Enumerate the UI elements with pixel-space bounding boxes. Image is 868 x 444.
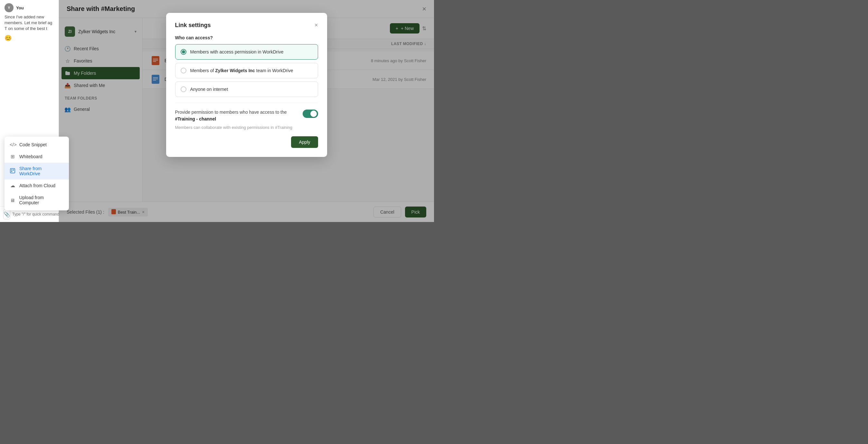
permission-text-area: Provide permission to members who have a… <box>175 109 292 130</box>
link-settings-title: Link settings <box>175 22 211 29</box>
upload-computer-icon: 🖥 <box>10 198 16 203</box>
permission-note: Members can collaborate with existing pe… <box>175 125 292 130</box>
radio-option-members-permission[interactable]: Members with access permission in WorkDr… <box>175 44 318 60</box>
upload-computer-label: Upload from Computer <box>19 195 64 205</box>
radio-option-anyone-internet[interactable]: Anyone on internet <box>175 82 318 97</box>
svg-rect-1 <box>11 170 12 171</box>
code-snippet-icon: </> <box>10 142 16 147</box>
radio-circle-filled <box>181 49 186 55</box>
context-menu-item-attach-cloud[interactable]: ☁ Attach from Cloud <box>4 179 69 192</box>
radio-option-members-team[interactable]: Members of Zylker Widgets Inc team in Wo… <box>175 63 318 78</box>
attach-cloud-label: Attach from Cloud <box>19 183 55 188</box>
share-workdrive-label: Share from WorkDrive <box>19 166 64 176</box>
svg-rect-2 <box>13 170 14 171</box>
permission-row: Provide permission to members who have a… <box>175 103 318 130</box>
context-menu-item-whiteboard[interactable]: ⊞ Whiteboard <box>4 150 69 163</box>
permission-toggle[interactable] <box>303 110 318 118</box>
who-can-access-label: Who can access? <box>175 35 318 40</box>
paperclip-button[interactable]: 📎 <box>3 209 10 219</box>
link-settings-overlay: Link settings × Who can access? Members … <box>59 0 434 222</box>
permission-description: Provide permission to members who have a… <box>175 109 292 122</box>
context-menu-item-code-snippet[interactable]: </> Code Snippet <box>4 139 69 150</box>
whiteboard-icon: ⊞ <box>10 154 16 159</box>
apply-button[interactable]: Apply <box>291 136 318 148</box>
svg-rect-3 <box>11 171 12 172</box>
svg-rect-0 <box>10 169 15 173</box>
code-snippet-label: Code Snippet <box>19 142 47 147</box>
option-members-team-label: Members of Zylker Widgets Inc team in Wo… <box>190 68 293 73</box>
link-settings-modal: Link settings × Who can access? Members … <box>166 13 327 157</box>
radio-circle-empty-1 <box>181 68 186 73</box>
attach-cloud-icon: ☁ <box>10 183 16 188</box>
option-members-permission-label: Members with access permission in WorkDr… <box>190 49 284 55</box>
chat-username: You <box>16 5 24 10</box>
share-workdrive-icon <box>10 168 16 174</box>
toggle-thumb <box>310 111 317 117</box>
context-menu-item-upload-computer[interactable]: 🖥 Upload from Computer <box>4 192 69 208</box>
chat-message-area: Y You Since I've added new members. Let … <box>0 0 59 33</box>
context-menu-item-share-workdrive[interactable]: Share from WorkDrive <box>4 163 69 179</box>
chat-emoji: 😊 <box>0 33 59 44</box>
channel-name: #Training - channel <box>175 116 216 121</box>
chat-input[interactable] <box>12 212 61 216</box>
radio-circle-empty-2 <box>181 86 186 92</box>
link-settings-header: Link settings × <box>175 22 318 29</box>
whiteboard-label: Whiteboard <box>19 154 42 159</box>
toggle-track <box>303 110 318 118</box>
chat-panel: Y You Since I've added new members. Let … <box>0 0 59 222</box>
option-anyone-label: Anyone on internet <box>190 87 228 92</box>
chat-message-text: Since I've added new members. Let me bri… <box>4 14 54 32</box>
avatar: Y <box>4 3 13 12</box>
file-picker-modal: Share with #Marketing × ZI Zylker Widget… <box>59 0 434 222</box>
link-settings-close-button[interactable]: × <box>315 22 318 29</box>
context-menu: </> Code Snippet ⊞ Whiteboard Share from… <box>4 137 69 210</box>
